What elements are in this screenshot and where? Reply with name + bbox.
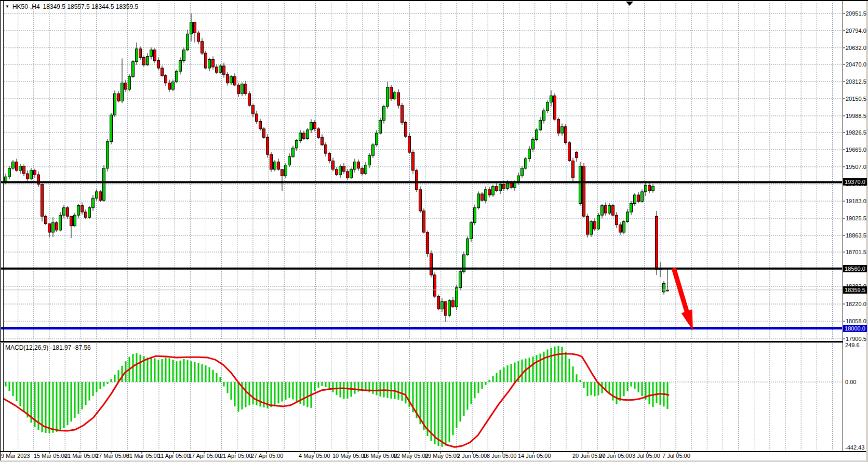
macd-bar — [474, 382, 476, 398]
macd-bar — [322, 382, 323, 386]
candle-up — [146, 56, 149, 64]
macd-bar — [616, 382, 618, 404]
candle-up — [492, 187, 495, 195]
candles-layer — [5, 14, 669, 322]
candle-up — [368, 155, 371, 165]
price-tick-label: 17900.5 — [846, 336, 866, 342]
price-tick-label: 20312.5 — [846, 78, 866, 85]
time-label: 11 Apr 05:00 — [158, 453, 190, 459]
candle-down — [143, 57, 145, 64]
macd-bar — [100, 382, 101, 389]
time-label: 27 Mar 05:00 — [96, 453, 129, 459]
macd-bar — [245, 382, 247, 407]
price-tick-label: 18220.0 — [846, 301, 866, 307]
macd-bar — [554, 347, 556, 382]
macd-bar — [216, 373, 218, 382]
candle-up — [92, 198, 95, 207]
candle-down — [154, 50, 156, 61]
macd-bar — [114, 375, 116, 382]
candle-up — [383, 107, 385, 121]
candle-up — [630, 204, 633, 212]
macd-bar — [507, 365, 509, 382]
candle-down — [226, 74, 229, 83]
macd-bar — [463, 382, 465, 416]
macd-bar — [496, 373, 498, 382]
time-label: 21 Mar 05:00 — [64, 453, 98, 459]
candle-down — [321, 137, 324, 144]
candle-down — [256, 114, 258, 121]
candle-down — [423, 211, 425, 232]
candle-up — [645, 186, 647, 192]
candle-up — [88, 208, 91, 217]
time-label: 17 Apr 05:00 — [189, 453, 221, 459]
candle-down — [397, 93, 400, 105]
macd-bar — [151, 357, 152, 382]
time-label: 2 Jun 05:00 — [457, 453, 487, 459]
macd-bar — [12, 382, 14, 396]
macd-bar — [60, 382, 61, 430]
dropdown-icon[interactable]: ▼ — [5, 5, 9, 9]
candle-down — [85, 212, 87, 217]
macd-bar — [187, 360, 189, 382]
chart-window: ▼ HK50-,H4 18349.5 18557.5 18344.5 18359… — [0, 0, 868, 462]
time-label: 27 Jun 05:00 — [599, 453, 632, 459]
macd-bar — [252, 382, 254, 404]
candle-down — [586, 216, 589, 234]
macd-bar — [260, 382, 261, 406]
macd-panel-separator[interactable] — [0, 341, 843, 343]
macd-bar — [56, 382, 58, 432]
candle-down — [56, 222, 58, 230]
macd-bar — [198, 363, 199, 382]
chart-shift-marker[interactable] — [626, 2, 633, 6]
candle-down — [488, 190, 491, 195]
candle-up — [219, 66, 222, 72]
candle-up — [626, 212, 629, 221]
macd-bar — [627, 382, 629, 391]
candle-down — [583, 166, 585, 216]
macd-bar — [569, 359, 570, 382]
macd-bar — [565, 352, 567, 382]
time-label: 21 Apr 05:00 — [220, 453, 252, 459]
macd-bar — [154, 359, 156, 382]
macd-bar — [180, 361, 181, 382]
macd-bar — [27, 382, 29, 417]
macd-bar — [282, 382, 283, 402]
candle-down — [637, 195, 640, 201]
candle-up — [292, 148, 295, 156]
price-badge: 18359.5 — [843, 286, 867, 294]
price-tick-label: 19025.5 — [846, 215, 866, 221]
macd-bar — [500, 370, 501, 382]
macd-bar — [82, 382, 83, 410]
macd-bar — [372, 382, 374, 394]
macd-bar — [122, 366, 123, 382]
candle-down — [165, 75, 167, 83]
candle-up — [106, 142, 109, 168]
time-label: 7 Jul 05:00 — [662, 453, 690, 459]
candle-down — [554, 96, 556, 119]
macd-bar — [71, 382, 72, 421]
candle-down — [594, 221, 596, 229]
macd-bar — [576, 374, 578, 382]
price-tick-label: 19183.0 — [846, 198, 866, 204]
price-tick-label: 20632.0 — [846, 45, 866, 51]
candle-up — [354, 162, 356, 169]
candle-down — [245, 84, 247, 94]
macd-bar — [9, 382, 10, 391]
macd-bar — [492, 376, 494, 382]
macd-bar — [292, 382, 294, 400]
macd-bar — [78, 382, 79, 414]
candle-up — [8, 168, 11, 177]
price-badge: 18000.0 — [843, 325, 867, 332]
macd-bar — [449, 382, 450, 442]
chart-surface[interactable] — [0, 1, 868, 462]
candle-down — [390, 87, 393, 99]
time-label: 14 Jun 05:00 — [518, 453, 551, 459]
candle-up — [499, 184, 502, 191]
candle-up — [19, 166, 22, 170]
candle-up — [394, 93, 396, 99]
macd-bar — [103, 382, 105, 387]
time-label: 8 Jun 05:00 — [487, 453, 517, 459]
candle-up — [470, 222, 473, 239]
candle-down — [252, 105, 255, 114]
macd-bar — [354, 382, 356, 394]
